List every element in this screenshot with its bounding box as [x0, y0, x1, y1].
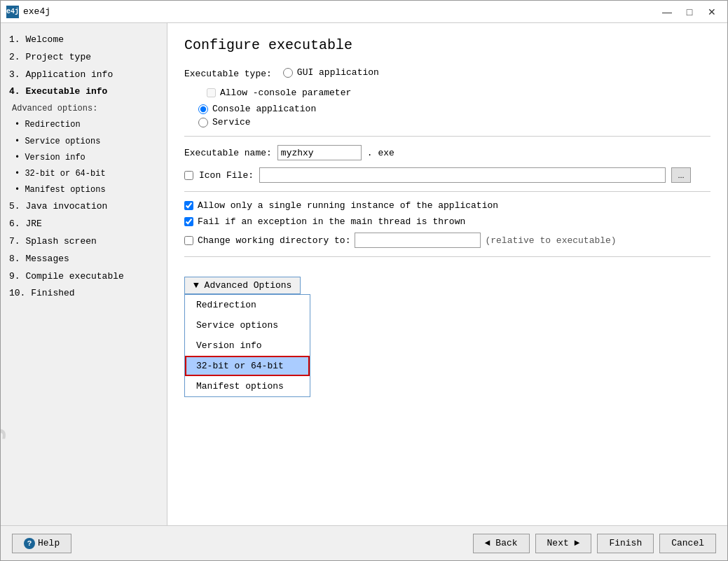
- next-label: Next ►: [547, 538, 580, 548]
- cancel-label: Cancel: [671, 538, 704, 548]
- sidebar-item-java-invocation[interactable]: 5. Java invocation: [6, 198, 161, 216]
- icon-file-label: Icon File:: [199, 170, 254, 181]
- window-controls: — □ ✕: [657, 4, 722, 20]
- content-area: Configure executable Executable type: GU…: [167, 23, 727, 525]
- fail-exception-row: Fail if an exception in the main thread …: [184, 216, 710, 227]
- working-dir-row: Change working directory to: (relative t…: [184, 233, 710, 248]
- sidebar-item-manifest-options[interactable]: • Manifest options: [6, 182, 161, 198]
- minimize-button[interactable]: —: [657, 4, 677, 20]
- back-label: ◄ Back: [485, 538, 518, 548]
- main-content: 1. Welcome 2. Project type 3. Applicatio…: [1, 23, 727, 525]
- exe-name-label: Executable name:: [184, 148, 272, 158]
- back-button[interactable]: ◄ Back: [473, 534, 530, 553]
- working-dir-label: Change working directory to:: [198, 235, 350, 246]
- title-bar: e4j exe4j — □ ✕: [1, 1, 727, 23]
- working-dir-note: (relative to executable): [485, 235, 616, 246]
- dropdown-item-manifest-options[interactable]: Manifest options: [185, 376, 310, 396]
- browse-button[interactable]: ...: [671, 167, 691, 183]
- advanced-options-label: ▼ Advanced Options: [193, 280, 291, 291]
- sidebar-item-messages[interactable]: 8. Messages: [6, 251, 161, 268]
- executable-type-label: Executable type:: [184, 69, 272, 79]
- sidebar-item-splash-screen[interactable]: 7. Splash screen: [6, 233, 161, 251]
- dropdown-item-version-info[interactable]: Version info: [185, 335, 310, 356]
- gui-label: GUI application: [297, 67, 379, 78]
- finish-label: Finish: [609, 538, 642, 548]
- close-button[interactable]: ✕: [702, 4, 722, 20]
- sidebar-item-exe-info[interactable]: 4. Executable info: [6, 83, 161, 101]
- console-label: Console application: [212, 104, 316, 114]
- sidebar-item-welcome[interactable]: 1. Welcome: [6, 32, 161, 49]
- cancel-button[interactable]: Cancel: [659, 534, 716, 553]
- sidebar-item-app-info[interactable]: 3. Application info: [6, 67, 161, 84]
- app-icon: e4j: [6, 6, 19, 18]
- finish-button[interactable]: Finish: [597, 534, 654, 553]
- single-instance-checkbox[interactable]: [184, 201, 193, 210]
- sidebar-item-redirection[interactable]: • Redirection: [6, 117, 161, 133]
- service-radio[interactable]: [198, 118, 208, 127]
- advanced-options-button[interactable]: ▼ Advanced Options: [184, 277, 301, 294]
- sidebar-item-finished[interactable]: 10. Finished: [6, 285, 161, 303]
- help-button[interactable]: ? Help: [12, 534, 71, 553]
- executable-type-row: Executable type: GUI application: [184, 67, 710, 81]
- allow-console-label: Allow -console parameter: [220, 88, 351, 98]
- window-title: exe4j: [23, 6, 657, 17]
- working-dir-input[interactable]: [355, 233, 481, 248]
- allow-console-checkbox[interactable]: [207, 88, 216, 97]
- next-button[interactable]: Next ►: [535, 534, 592, 553]
- advanced-options-dropdown: Redirection Service options Version info…: [184, 294, 310, 397]
- help-icon: ?: [24, 538, 35, 549]
- sidebar-advanced-header: Advanced options:: [6, 101, 161, 117]
- exe-name-input[interactable]: [277, 145, 362, 160]
- page-title: Configure executable: [184, 37, 710, 53]
- allow-console-checkbox-row: Allow -console parameter: [207, 88, 710, 98]
- console-radio-section: Console application Service: [198, 104, 710, 127]
- dropdown-item-service-options[interactable]: Service options: [185, 315, 310, 335]
- footer: ? Help ◄ Back Next ► Finish Cancel: [1, 525, 727, 560]
- fail-exception-checkbox[interactable]: [184, 217, 193, 226]
- dropdown-item-32-64-bit[interactable]: 32-bit or 64-bit: [185, 356, 310, 376]
- sidebar-item-compile[interactable]: 9. Compile executable: [6, 268, 161, 286]
- sidebar-item-version-info[interactable]: • Version info: [6, 150, 161, 166]
- fail-exception-label: Fail if an exception in the main thread …: [198, 216, 465, 227]
- advanced-options-container: ▼ Advanced Options Redirection Service o…: [184, 277, 301, 294]
- console-radio[interactable]: [198, 104, 208, 114]
- dropdown-item-redirection[interactable]: Redirection: [185, 295, 310, 315]
- gui-radio-row: GUI application: [283, 67, 379, 78]
- single-instance-label: Allow only a single running instance of …: [198, 200, 498, 211]
- exe-name-row: Executable name: . exe: [184, 145, 710, 160]
- help-label: Help: [38, 538, 60, 548]
- allow-console-row: Allow -console parameter: [207, 88, 710, 98]
- watermark: exe4j: [1, 424, 8, 504]
- sidebar-item-32-64-bit[interactable]: • 32-bit or 64-bit: [6, 166, 161, 182]
- console-radio-row: Console application: [198, 104, 710, 114]
- single-instance-row: Allow only a single running instance of …: [184, 200, 710, 211]
- main-window: e4j exe4j — □ ✕ 1. Welcome 2. Project ty…: [0, 0, 728, 561]
- working-dir-checkbox[interactable]: [184, 236, 193, 245]
- sidebar-item-service-options[interactable]: • Service options: [6, 134, 161, 150]
- sidebar: 1. Welcome 2. Project type 3. Applicatio…: [1, 23, 167, 525]
- sidebar-item-project-type[interactable]: 2. Project type: [6, 49, 161, 67]
- icon-file-input[interactable]: [259, 167, 666, 183]
- exe-type-group: GUI application: [283, 67, 379, 81]
- sidebar-item-jre[interactable]: 6. JRE: [6, 216, 161, 233]
- icon-file-row: Icon File: ...: [184, 167, 710, 183]
- icon-file-checkbox[interactable]: [184, 171, 193, 180]
- maximize-button[interactable]: □: [680, 4, 699, 20]
- service-radio-row: Service: [198, 117, 710, 127]
- gui-radio[interactable]: [283, 68, 293, 78]
- exe-suffix: . exe: [367, 148, 394, 158]
- service-label: Service: [212, 117, 251, 127]
